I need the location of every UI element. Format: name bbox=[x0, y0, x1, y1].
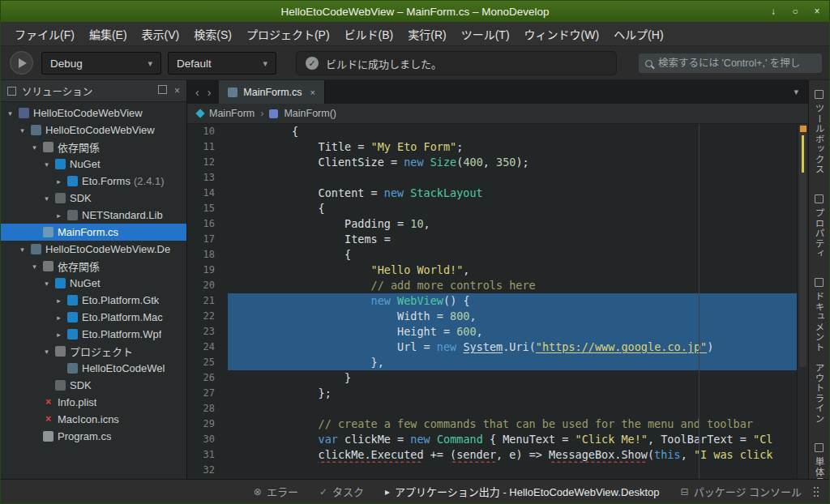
tree-item-sdk-1[interactable]: ▾SDK bbox=[1, 190, 186, 207]
expander-icon[interactable]: ▾ bbox=[30, 263, 39, 271]
tree-item-eto-forms[interactable]: ▸Eto.Forms(2.4.1) bbox=[1, 173, 186, 190]
statusbar-errors[interactable]: ⊗エラー bbox=[254, 484, 298, 499]
tab-mainform-cs[interactable]: MainForm.cs × bbox=[219, 80, 325, 104]
expander-icon[interactable]: ▾ bbox=[30, 143, 39, 152]
tab-close-icon[interactable]: × bbox=[310, 88, 315, 97]
menu-edit[interactable]: 編集(E) bbox=[82, 23, 135, 45]
tree-item-netstandard-library[interactable]: ▸NETStandard.Lib bbox=[1, 207, 186, 224]
menu-file[interactable]: ファイル(F) bbox=[7, 23, 82, 45]
tree-item-project-helloetocodewebview[interactable]: ▾HelloEtoCodeWebView bbox=[1, 122, 186, 139]
pad-close-icon[interactable]: × bbox=[174, 85, 180, 96]
menu-run[interactable]: 実行(R) bbox=[400, 23, 453, 45]
tree-item-program-cs[interactable]: Program.cs bbox=[1, 428, 186, 445]
code-line[interactable]: 20 // add more controls here bbox=[187, 278, 808, 293]
line-number[interactable]: 27 bbox=[187, 386, 228, 401]
code-line[interactable]: 30 var clickMe = new Command { MenuText … bbox=[187, 432, 808, 447]
line-number[interactable]: 24 bbox=[187, 340, 228, 355]
expander-icon[interactable]: ▸ bbox=[54, 177, 63, 186]
tree-item-dependencies-1[interactable]: ▾依存関係 bbox=[1, 139, 186, 156]
code-line[interactable]: 24 Url = new System.Uri("https://www.goo… bbox=[187, 340, 808, 355]
nav-forward-icon[interactable]: › bbox=[208, 86, 212, 99]
tree-item-projects-folder[interactable]: ▾プロジェクト bbox=[1, 343, 186, 360]
line-number[interactable]: 21 bbox=[187, 293, 228, 309]
line-number[interactable]: 23 bbox=[187, 324, 228, 340]
line-number[interactable]: 22 bbox=[187, 309, 228, 324]
tree-item-nuget-2[interactable]: ▾NuGet bbox=[1, 275, 186, 292]
tree-item-project-desktop[interactable]: ▾HelloEtoCodeWebView.De bbox=[1, 241, 186, 258]
line-number[interactable]: 14 bbox=[187, 186, 228, 201]
code-line[interactable]: 28 bbox=[187, 401, 808, 416]
line-number[interactable]: 13 bbox=[187, 170, 228, 186]
line-number[interactable]: 16 bbox=[187, 216, 228, 232]
code-line[interactable]: 21 new WebView() { bbox=[187, 293, 808, 309]
dock-tab-unit-tests[interactable]: 単体テスト bbox=[813, 443, 826, 479]
expander-icon[interactable]: ▾ bbox=[6, 109, 15, 117]
run-button[interactable] bbox=[10, 51, 33, 75]
dock-tab-toolbox[interactable]: ツールボックス bbox=[813, 90, 826, 175]
tab-list-icon[interactable]: ▾ bbox=[784, 80, 808, 104]
line-number[interactable]: 15 bbox=[187, 201, 228, 216]
code-line[interactable]: 31 clickMe.Executed += (sender, e) => Me… bbox=[187, 447, 808, 463]
expander-icon[interactable]: ▸ bbox=[54, 314, 63, 322]
code-line[interactable]: 15 { bbox=[187, 201, 808, 216]
tree-item-nuget-1[interactable]: ▾NuGet bbox=[1, 156, 186, 173]
code-line[interactable]: 18 { bbox=[187, 247, 808, 263]
expander-icon[interactable]: ▾ bbox=[42, 348, 51, 356]
build-status[interactable]: ✓ ビルドに成功しました。 bbox=[296, 51, 617, 75]
expander-icon[interactable]: ▾ bbox=[18, 126, 27, 135]
expander-icon[interactable]: ▸ bbox=[54, 211, 63, 220]
minimize-button[interactable]: ↓ bbox=[768, 6, 779, 17]
line-number[interactable]: 10 bbox=[187, 124, 228, 139]
tree-item-eto-platform-gtk[interactable]: ▸Eto.Platform.Gtk bbox=[1, 292, 186, 309]
menu-window[interactable]: ウィンドウ(W) bbox=[517, 23, 607, 45]
tree-item-sdk-2[interactable]: SDK bbox=[1, 377, 186, 394]
code-line[interactable]: 12 ClientSize = new Size(400, 350); bbox=[187, 155, 808, 170]
expander-icon[interactable]: ▸ bbox=[54, 331, 63, 339]
line-number[interactable]: 12 bbox=[187, 155, 228, 170]
close-button[interactable]: × bbox=[811, 6, 823, 17]
menu-tools[interactable]: ツール(T) bbox=[454, 23, 517, 45]
expander-icon[interactable]: ▾ bbox=[18, 246, 27, 254]
expander-icon[interactable]: ▾ bbox=[42, 160, 51, 169]
expander-icon[interactable]: ▾ bbox=[42, 194, 51, 203]
line-number[interactable]: 29 bbox=[187, 416, 228, 432]
dock-pin-icon[interactable] bbox=[158, 85, 167, 94]
line-number[interactable]: 32 bbox=[187, 463, 228, 478]
line-number[interactable]: 28 bbox=[187, 401, 228, 416]
statusbar-package-console[interactable]: ⊟パッケージ コンソール bbox=[681, 484, 802, 499]
line-number[interactable]: 30 bbox=[187, 432, 228, 447]
breadcrumb-method[interactable]: MainForm() bbox=[284, 108, 336, 119]
menu-build[interactable]: ビルド(B) bbox=[337, 23, 401, 45]
menu-view[interactable]: 表示(V) bbox=[135, 23, 187, 45]
line-number[interactable]: 19 bbox=[187, 263, 228, 278]
line-number[interactable]: 26 bbox=[187, 370, 228, 386]
code-line[interactable]: 19 "Hello World!", bbox=[187, 263, 808, 278]
tree-item-macicon-icns[interactable]: ×MacIcon.icns bbox=[1, 411, 186, 428]
code-line[interactable]: 22 Width = 800, bbox=[187, 309, 808, 324]
global-search[interactable] bbox=[638, 53, 823, 74]
tree-item-projectref-helloeto[interactable]: HelloEtoCodeWel bbox=[1, 360, 186, 377]
line-number[interactable]: 17 bbox=[187, 232, 228, 247]
line-number[interactable]: 11 bbox=[187, 139, 228, 155]
statusbar-tasks[interactable]: ✓タスク bbox=[319, 484, 364, 499]
dock-tab-properties[interactable]: プロパティ bbox=[813, 194, 826, 259]
line-number[interactable]: 20 bbox=[187, 278, 228, 293]
code-line[interactable]: 17 Items = bbox=[187, 232, 808, 247]
menu-help[interactable]: ヘルプ(H) bbox=[606, 23, 670, 45]
nav-back-icon[interactable]: ‹ bbox=[195, 86, 199, 99]
expander-icon[interactable]: ▸ bbox=[54, 297, 63, 305]
statusbar-application-output[interactable]: ▸アプリケーション出力 - HelloEtoCodeWebView.Deskto… bbox=[385, 484, 660, 499]
code-line[interactable]: 16 Padding = 10, bbox=[187, 216, 808, 232]
code-line[interactable]: 14 Content = new StackLayout bbox=[187, 186, 808, 201]
editor-scrollbar[interactable] bbox=[797, 124, 808, 479]
line-number[interactable]: 25 bbox=[187, 355, 228, 370]
code-editor[interactable]: 10 {11 Title = "My Eto Form";12 ClientSi… bbox=[187, 124, 808, 479]
line-number[interactable]: 18 bbox=[187, 247, 228, 263]
tree-item-dependencies-2[interactable]: ▾依存関係 bbox=[1, 258, 186, 275]
code-line[interactable]: 25 }, bbox=[187, 355, 808, 370]
code-line[interactable]: 26 } bbox=[187, 370, 808, 386]
code-line[interactable]: 29 // create a few commands that can be … bbox=[187, 416, 808, 432]
tree-item-mainform-cs[interactable]: MainForm.cs bbox=[1, 224, 186, 241]
code-line[interactable]: 32 bbox=[187, 463, 808, 478]
code-line[interactable]: 13 bbox=[187, 170, 808, 186]
